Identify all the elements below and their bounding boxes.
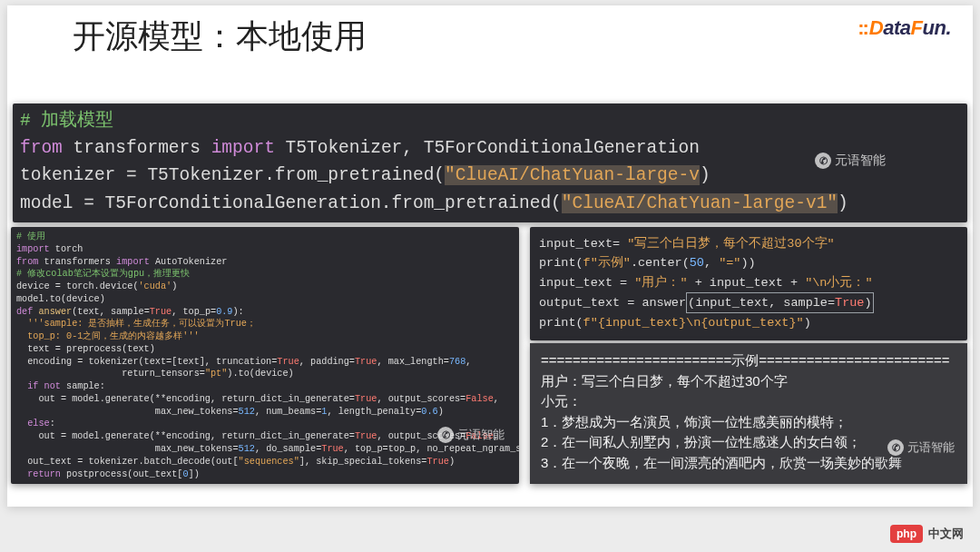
code-line: output_text = answer — [539, 296, 686, 310]
string-literal: "ClueAI/ChatYuan-large-v — [445, 165, 700, 185]
code-text: , top_p=top_p, no_repeat_ngram_size= — [344, 444, 519, 454]
kw-import: import — [16, 244, 50, 254]
kw-return: return — [27, 469, 61, 479]
code-comment: # 加载模型 — [20, 111, 113, 131]
bool: True — [426, 457, 448, 467]
code-text: , do_sample= — [255, 444, 321, 454]
code-text: (input_text, sample= — [688, 296, 835, 310]
logo-dots: :: — [858, 16, 867, 39]
code-line: print( — [539, 316, 583, 330]
output-line: 小元： — [541, 393, 582, 409]
string-literal: "\n小元：" — [805, 276, 872, 290]
code-line: encoding = tokenizer(text=[text], trunca… — [27, 357, 277, 367]
code-comment: # 使用 — [16, 232, 45, 242]
code-line: input_text= — [539, 237, 627, 251]
kw-else: else — [27, 419, 49, 429]
kw-if: if — [27, 381, 38, 391]
code-line: device = torch.device( — [16, 281, 139, 291]
code-line: text = preprocess(text) — [27, 344, 155, 354]
string-literal: "用户：" — [634, 276, 687, 290]
code-text: ) — [838, 193, 848, 213]
code-text: (text, sample= — [72, 307, 150, 317]
string-literal: "=" — [719, 256, 740, 270]
logo-f: F — [911, 16, 923, 39]
code-text: : — [50, 419, 55, 429]
code-text: + input_text + — [688, 276, 806, 290]
code-text: , — [494, 394, 499, 404]
bool: True — [355, 394, 377, 404]
code-block-example: input_text= "写三个白日梦，每个不超过30个字" print(f"示… — [530, 227, 967, 340]
code-text: , top_p= — [172, 307, 216, 317]
module-name: torch — [55, 244, 83, 254]
output-line: ========================示例==============… — [541, 352, 949, 368]
code-text: sample: — [61, 381, 105, 391]
wechat-icon: ✆ — [437, 427, 454, 443]
watermark-right: ✆ 元语智能 — [887, 439, 955, 456]
watermark-text: 元语智能 — [457, 427, 505, 443]
docstring: '''sample: 是否抽样，生成任务，可以设置为True； — [27, 319, 256, 329]
watermark-top: ✆ 元语智能 — [815, 153, 886, 169]
string-literal: "ClueAI/ChatYuan-large-v1" — [562, 193, 838, 213]
fn-name: answer — [38, 307, 72, 317]
fstring: f"{input_text}\n{output_text}" — [583, 316, 804, 330]
wechat-icon: ✆ — [887, 439, 904, 456]
number: 512 — [239, 444, 255, 454]
code-text: )) — [740, 256, 755, 270]
module-name: transformers — [44, 257, 111, 267]
code-line: max_new_tokens= — [27, 407, 238, 417]
code-text: , length_penalty= — [327, 407, 421, 417]
module-name: transformers — [74, 138, 201, 158]
output-line: 3．在一个夜晚，在一间漂亮的酒吧内，欣赏一场美妙的歌舞 — [541, 455, 902, 470]
wechat-icon: ✆ — [815, 153, 831, 169]
code-line: return_tensors= — [27, 369, 205, 379]
watermark-left: ✆ 元语智能 — [437, 427, 505, 443]
output-block: ========================示例==============… — [530, 343, 967, 484]
number: 0.9 — [216, 307, 232, 317]
kw-not: not — [44, 381, 61, 391]
bool: True — [355, 431, 377, 441]
kw-def: def — [16, 307, 33, 317]
logo-d: D — [869, 16, 883, 39]
watermark-text: 元语智能 — [907, 439, 955, 456]
code-text: ): — [232, 307, 243, 317]
php-badge: php — [890, 525, 923, 543]
code-text: postprocess(out_text[ — [61, 469, 183, 479]
code-text: ) — [172, 281, 177, 291]
kw-import: import — [116, 257, 150, 267]
import-names: AutoTokenizer — [155, 257, 227, 267]
code-text: , — [704, 256, 719, 270]
output-line: 2．在一间私人别墅内，扮演一位性感迷人的女白领； — [541, 434, 861, 449]
code-text: ) — [864, 296, 871, 310]
code-comment: # 修改colab笔记本设置为gpu，推理更快 — [16, 269, 190, 279]
code-text: , max_length= — [377, 357, 448, 367]
bool: True — [355, 357, 377, 367]
code-line: input_text = — [539, 276, 634, 290]
code-line: tokenizer = T5Tokenizer.from_pretrained( — [20, 165, 445, 185]
page-title: 开源模型：本地使用 — [73, 15, 367, 59]
code-line: out_text = tokenizer.batch_decode(out[ — [27, 457, 238, 467]
code-line: max_new_tokens= — [27, 444, 238, 454]
code-text: ], skip_special_tokens= — [299, 457, 427, 467]
string-literal: 'cuda' — [139, 281, 172, 291]
logo-un: un. — [923, 16, 952, 39]
logo-ata: ata — [883, 16, 910, 39]
code-line: print( — [539, 256, 583, 270]
string-literal: "pt" — [205, 369, 227, 379]
code-line: out = model.generate(**encoding, return_… — [27, 394, 355, 404]
cursor-box: (input_text, sample=True) — [686, 292, 874, 313]
code-line: out = model.generate(**encoding, return_… — [27, 431, 355, 441]
string-literal: "sequences" — [239, 457, 299, 467]
bool: True — [835, 296, 864, 310]
code-line: model = T5ForConditionalGeneration.from_… — [20, 193, 562, 213]
watermark-text: 元语智能 — [835, 153, 886, 169]
bool: True — [321, 444, 343, 454]
bool: True — [277, 357, 299, 367]
bool: False — [466, 394, 494, 404]
code-line: model.to(device) — [16, 294, 105, 304]
footer-cn: 中文网 — [928, 526, 964, 542]
number: 768 — [449, 357, 466, 367]
output-line: 1．梦想成为一名演员，饰演一位性感美丽的模特； — [541, 414, 848, 429]
output-line: 用户：写三个白日梦，每个不超过30个字 — [541, 373, 788, 389]
fstring: f"示例" — [583, 256, 631, 270]
code-block-usage: # 使用 import torch from transformers impo… — [11, 227, 519, 484]
